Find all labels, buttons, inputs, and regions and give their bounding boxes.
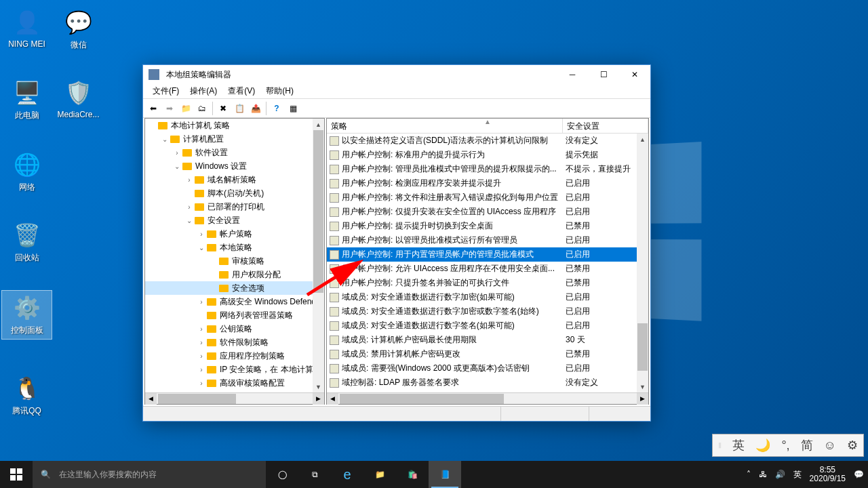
tray-ime-icon[interactable]: 英 bbox=[793, 469, 802, 481]
help-button[interactable]: ? bbox=[269, 101, 284, 116]
list-body[interactable]: 以安全描述符定义语言(SDDL)语法表示的计算机访问限制没有定义用户帐户控制: … bbox=[327, 134, 648, 392]
tray-network-icon[interactable]: 🖧 bbox=[759, 470, 767, 479]
task-gpedit[interactable]: 📘 bbox=[429, 461, 461, 488]
expand-icon[interactable]: › bbox=[184, 203, 194, 211]
show-hide-tree-button[interactable]: 🗂 bbox=[195, 101, 210, 116]
tree-item[interactable]: ›应用程序控制策略 bbox=[145, 349, 324, 363]
policy-row[interactable]: 用户帐户控制: 只提升签名并验证的可执行文件已禁用 bbox=[327, 276, 648, 290]
expand-icon[interactable]: ⌄ bbox=[184, 217, 194, 224]
tree-item[interactable]: ›软件限制策略 bbox=[145, 336, 324, 349]
task-cortana[interactable]: ◯ bbox=[266, 461, 298, 488]
policy-row[interactable]: 域成员: 对安全通道数据进行数字加密或数字签名(始终)已启用 bbox=[327, 304, 648, 319]
view-button[interactable]: ▦ bbox=[285, 101, 300, 116]
list-hscroll-thumb[interactable] bbox=[340, 394, 504, 404]
expand-icon[interactable]: › bbox=[197, 230, 206, 238]
tree-item[interactable]: ›IP 安全策略，在 本地计算机 bbox=[145, 363, 324, 376]
policy-row[interactable]: 域控制器: LDAP 服务器签名要求没有定义 bbox=[327, 375, 648, 390]
ime-simp[interactable]: 简 bbox=[798, 437, 816, 453]
tree-item[interactable]: ›帐户策略 bbox=[145, 227, 324, 241]
desktop-icon-腾讯QQ[interactable]: 🐧腾讯QQ bbox=[1, 371, 52, 420]
policy-row[interactable]: 用户帐户控制: 标准用户的提升提示行为提示凭据 bbox=[327, 148, 648, 162]
tree-item[interactable]: ›软件设置 bbox=[145, 146, 324, 159]
tree-item[interactable]: 安全选项 bbox=[145, 281, 324, 295]
tree-item[interactable]: ›高级审核策略配置 bbox=[145, 376, 324, 390]
policy-row[interactable]: 域成员: 对安全通道数据进行数字签名(如果可能)已启用 bbox=[327, 319, 648, 333]
tray-volume-icon[interactable]: 🔊 bbox=[775, 470, 785, 479]
list-hscroll[interactable]: ◀ ▶ bbox=[327, 392, 648, 404]
expand-icon[interactable]: › bbox=[172, 149, 182, 157]
tree-body[interactable]: 本地计算机 策略⌄计算机配置›软件设置⌄Windows 设置›域名解析策略脚本(… bbox=[145, 119, 324, 392]
up-button[interactable]: 📁 bbox=[178, 101, 193, 116]
back-button[interactable]: ⬅ bbox=[146, 101, 161, 116]
export-button[interactable]: 📤 bbox=[248, 101, 263, 116]
tree-item[interactable]: ⌄本地策略 bbox=[145, 241, 324, 254]
expand-icon[interactable]: ⌄ bbox=[172, 163, 182, 170]
tray-notifications-icon[interactable]: 💬 bbox=[854, 470, 864, 479]
desktop-icon-回收站[interactable]: 🗑️回收站 bbox=[1, 218, 52, 266]
system-tray[interactable]: ˄ 🖧 🔊 英 8:552020/9/15 💬 bbox=[743, 461, 868, 488]
tree-item[interactable]: ›公钥策略 bbox=[145, 322, 324, 336]
tree-item[interactable]: 网络列表管理器策略 bbox=[145, 308, 324, 322]
menu-file[interactable]: 文件(F) bbox=[147, 84, 184, 98]
policy-row[interactable]: 用户帐户控制: 提示提升时切换到安全桌面已禁用 bbox=[327, 219, 648, 233]
tree-scroll-thumb[interactable] bbox=[313, 130, 323, 293]
scroll-up-icon[interactable]: ▲ bbox=[637, 134, 648, 145]
policy-row[interactable]: 域成员: 计算机帐户密码最长使用期限30 天 bbox=[327, 333, 648, 347]
policy-row[interactable]: 用户帐户控制: 将文件和注册表写入错误虚拟化到每用户位置已启用 bbox=[327, 190, 648, 205]
expand-icon[interactable]: › bbox=[197, 325, 206, 333]
tree-item[interactable]: ›高级安全 Windows Defend bbox=[145, 295, 324, 308]
task-store[interactable]: 🛍️ bbox=[396, 461, 429, 488]
expand-icon[interactable]: › bbox=[197, 339, 206, 346]
tree-item[interactable]: ⌄Windows 设置 bbox=[145, 159, 324, 173]
tree-item[interactable]: ›已部署的打印机 bbox=[145, 200, 324, 214]
desktop-icon-控制面板[interactable]: ⚙️控制面板 bbox=[1, 290, 52, 340]
ime-handle[interactable]: ⦀ bbox=[715, 441, 724, 450]
ime-lang[interactable]: 英 bbox=[730, 437, 747, 453]
desktop-icon-微信[interactable]: 💬微信 bbox=[53, 5, 104, 54]
desktop-icon-MediaCre...[interactable]: 🛡️MediaCre... bbox=[53, 76, 104, 122]
expand-icon[interactable]: › bbox=[197, 352, 206, 360]
task-taskview[interactable]: ⧉ bbox=[298, 461, 331, 488]
policy-row[interactable]: 用户帐户控制: 允许 UIAccess 应用程序在不使用安全桌面...已禁用 bbox=[327, 262, 648, 276]
desktop-icon-网络[interactable]: 🌐网络 bbox=[1, 148, 52, 196]
policy-row[interactable]: 域成员: 禁用计算机帐户密码更改已禁用 bbox=[327, 347, 648, 361]
properties-button[interactable]: 📋 bbox=[232, 101, 247, 116]
maximize-button[interactable]: ☐ bbox=[588, 65, 619, 84]
tree-item[interactable]: ⌄计算机配置 bbox=[145, 132, 324, 146]
scroll-right-icon[interactable]: ▶ bbox=[313, 393, 324, 405]
expand-icon[interactable]: ⌄ bbox=[160, 136, 170, 143]
tree-item[interactable]: ›域名解析策略 bbox=[145, 173, 324, 186]
ime-gear-icon[interactable]: ⚙ bbox=[844, 438, 861, 453]
scroll-left-icon[interactable]: ◀ bbox=[327, 393, 338, 405]
start-button[interactable] bbox=[0, 461, 33, 488]
task-edge[interactable]: e bbox=[331, 461, 363, 488]
taskbar-search[interactable]: 🔍 在这里输入你要搜索的内容 bbox=[33, 461, 266, 488]
col-policy[interactable]: 策略 bbox=[327, 119, 563, 133]
ime-emoji-icon[interactable]: ☺ bbox=[821, 439, 839, 453]
expand-icon[interactable]: › bbox=[197, 380, 206, 387]
ime-toolbar[interactable]: ⦀ 英 🌙 °, 简 ☺ ⚙ bbox=[712, 434, 864, 457]
tray-clock[interactable]: 8:552020/9/15 bbox=[810, 466, 846, 483]
policy-row[interactable]: 用户帐户控制: 用于内置管理员帐户的管理员批准模式已启用 bbox=[327, 247, 648, 262]
scroll-right-icon[interactable]: ▶ bbox=[637, 393, 648, 405]
policy-row[interactable]: 用户帐户控制: 检测应用程序安装并提示提升已启用 bbox=[327, 176, 648, 190]
tray-chevron-icon[interactable]: ˄ bbox=[747, 470, 751, 479]
menu-action[interactable]: 操作(A) bbox=[184, 84, 222, 98]
scroll-left-icon[interactable]: ◀ bbox=[145, 393, 157, 405]
expand-icon[interactable]: › bbox=[197, 366, 206, 373]
expand-icon[interactable]: › bbox=[184, 176, 194, 184]
forward-button[interactable]: ➡ bbox=[162, 101, 177, 116]
menu-help[interactable]: 帮助(H) bbox=[260, 84, 299, 98]
tree-item[interactable]: 脚本(启动/关机) bbox=[145, 186, 324, 200]
expand-icon[interactable]: › bbox=[197, 298, 206, 306]
scroll-down-icon[interactable]: ▼ bbox=[313, 381, 324, 392]
policy-row[interactable]: 用户帐户控制: 以管理员批准模式运行所有管理员已启用 bbox=[327, 233, 648, 247]
tree-hscroll-thumb[interactable] bbox=[158, 394, 236, 404]
titlebar[interactable]: 本地组策略编辑器 ─ ☐ ✕ bbox=[143, 65, 650, 84]
ime-punct[interactable]: °, bbox=[778, 439, 792, 453]
tree-item[interactable]: ⌄安全设置 bbox=[145, 214, 324, 227]
col-security[interactable]: 安全设置 bbox=[563, 119, 648, 133]
policy-row[interactable]: 用户帐户控制: 管理员批准模式中管理员的提升权限提示的...不提示，直接提升 bbox=[327, 162, 648, 176]
policy-row[interactable]: 以安全描述符定义语言(SDDL)语法表示的计算机访问限制没有定义 bbox=[327, 134, 648, 148]
tree-vscroll[interactable]: ▲ ▼ bbox=[313, 119, 324, 392]
